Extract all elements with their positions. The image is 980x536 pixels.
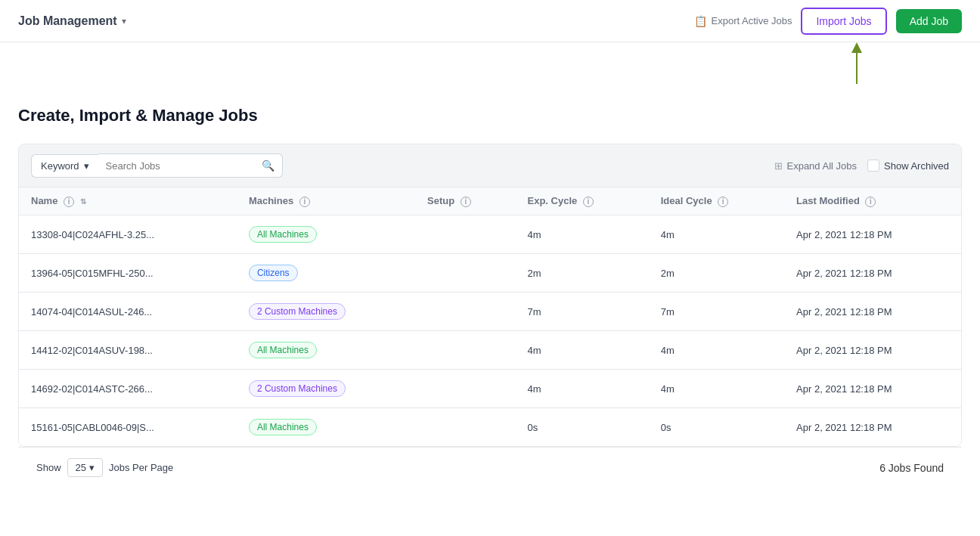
keyword-dropdown[interactable]: Keyword ▾ (31, 154, 98, 178)
per-page-label: Jobs Per Page (109, 462, 173, 473)
toolbar: Keyword ▾ 🔍 ⊞ Expand All Jobs Show Archi… (19, 144, 961, 187)
cell-exp-cycle-1: 2m (516, 254, 649, 293)
arrow-annotation (0, 42, 980, 88)
name-sort-icon[interactable]: ⇅ (80, 197, 86, 206)
show-archived-label: Show Archived (884, 160, 949, 172)
cell-last-modified-0: Apr 2, 2021 12:18 PM (784, 215, 961, 254)
ideal-cycle-info-icon[interactable]: i (718, 197, 728, 207)
show-label: Show (36, 462, 61, 473)
cell-exp-cycle-0: 4m (516, 215, 649, 254)
cell-setup-3 (415, 331, 515, 370)
header-row: Name i ⇅ Machines i Setup i Exp. Cycle (19, 187, 961, 215)
col-ideal-cycle: Ideal Cycle i (649, 187, 784, 215)
export-label: Export Active Jobs (712, 15, 792, 26)
col-name: Name i ⇅ (19, 187, 237, 215)
header-left: Job Management ▾ (18, 14, 126, 28)
cell-setup-0 (415, 215, 515, 254)
jobs-table-container: Keyword ▾ 🔍 ⊞ Expand All Jobs Show Archi… (18, 144, 962, 447)
cell-name-0: 13308-04|C024AFHL-3.25... (19, 215, 237, 254)
setup-info-icon[interactable]: i (461, 197, 471, 207)
table-row[interactable]: 14074-04|C014ASUL-246... 2 Custom Machin… (19, 293, 961, 331)
per-page-dropdown[interactable]: 25 ▾ (67, 458, 103, 477)
page-content: Create, Import & Manage Jobs Keyword ▾ 🔍… (0, 88, 980, 500)
table-row[interactable]: 14692-02|C014ASTC-266... 2 Custom Machin… (19, 370, 961, 408)
toolbar-right: ⊞ Expand All Jobs Show Archived (774, 160, 949, 172)
title-chevron-icon[interactable]: ▾ (122, 16, 126, 26)
table-row[interactable]: 13964-05|C015MFHL-250... Citizens 2m 2m … (19, 254, 961, 293)
search-input[interactable] (106, 160, 257, 172)
cell-ideal-cycle-0: 4m (649, 215, 784, 254)
cell-last-modified-2: Apr 2, 2021 12:18 PM (784, 293, 961, 331)
table-row[interactable]: 15161-05|CABL0046-09|S... All Machines 0… (19, 408, 961, 447)
col-last-modified: Last Modified i (784, 187, 961, 215)
cell-name-3: 14412-02|C014ASUV-198... (19, 331, 237, 370)
cell-machines-3: All Machines (237, 331, 415, 370)
export-icon: 📋 (694, 15, 707, 27)
exp-cycle-info-icon[interactable]: i (583, 197, 594, 207)
cell-exp-cycle-3: 4m (516, 331, 649, 370)
keyword-chevron-icon: ▾ (84, 160, 89, 172)
expand-icon: ⊞ (774, 160, 783, 172)
col-exp-cycle: Exp. Cycle i (516, 187, 649, 215)
jobs-table: Name i ⇅ Machines i Setup i Exp. Cycle (19, 187, 961, 446)
header: Job Management ▾ 📋 Export Active Jobs Im… (0, 0, 980, 42)
cell-ideal-cycle-2: 7m (649, 293, 784, 331)
cell-last-modified-1: Apr 2, 2021 12:18 PM (784, 254, 961, 293)
expand-label: Expand All Jobs (786, 160, 857, 172)
cell-exp-cycle-2: 7m (516, 293, 649, 331)
jobs-found: 6 Jobs Found (879, 462, 944, 474)
cell-machines-5: All Machines (237, 408, 415, 447)
expand-all-jobs-button[interactable]: ⊞ Expand All Jobs (774, 160, 857, 172)
svg-marker-1 (851, 42, 862, 53)
col-setup: Setup i (415, 187, 515, 215)
cell-machines-1: Citizens (237, 254, 415, 293)
add-job-button[interactable]: Add Job (896, 9, 962, 33)
per-page-value: 25 (76, 462, 86, 473)
cell-machines-4: 2 Custom Machines (237, 370, 415, 408)
cell-ideal-cycle-1: 2m (649, 254, 784, 293)
per-page-section: Show 25 ▾ Jobs Per Page (36, 458, 173, 477)
cell-last-modified-4: Apr 2, 2021 12:18 PM (784, 370, 961, 408)
last-modified-info-icon[interactable]: i (865, 197, 876, 207)
cell-ideal-cycle-4: 4m (649, 370, 784, 408)
search-wrapper: 🔍 (98, 153, 283, 178)
pointer-arrow-icon (845, 42, 868, 88)
cell-exp-cycle-5: 0s (516, 408, 649, 447)
cell-setup-4 (415, 370, 515, 408)
table-body: 13308-04|C024AFHL-3.25... All Machines 4… (19, 215, 961, 447)
cell-setup-5 (415, 408, 515, 447)
cell-ideal-cycle-3: 4m (649, 331, 784, 370)
page-title: Create, Import & Manage Jobs (18, 106, 962, 125)
import-jobs-button[interactable]: Import Jobs (801, 8, 886, 35)
show-archived-checkbox[interactable] (867, 160, 879, 172)
app-title: Job Management (18, 14, 117, 28)
table-row[interactable]: 13308-04|C024AFHL-3.25... All Machines 4… (19, 215, 961, 254)
cell-name-1: 13964-05|C015MFHL-250... (19, 254, 237, 293)
cell-machines-0: All Machines (237, 215, 415, 254)
cell-exp-cycle-4: 4m (516, 370, 649, 408)
table-header: Name i ⇅ Machines i Setup i Exp. Cycle (19, 187, 961, 215)
cell-name-5: 15161-05|CABL0046-09|S... (19, 408, 237, 447)
machines-info-icon[interactable]: i (299, 197, 310, 207)
cell-name-2: 14074-04|C014ASUL-246... (19, 293, 237, 331)
cell-machines-2: 2 Custom Machines (237, 293, 415, 331)
search-icon: 🔍 (262, 160, 274, 172)
cell-ideal-cycle-5: 0s (649, 408, 784, 447)
cell-setup-2 (415, 293, 515, 331)
toolbar-left: Keyword ▾ 🔍 (31, 153, 283, 178)
cell-name-4: 14692-02|C014ASTC-266... (19, 370, 237, 408)
keyword-label: Keyword (41, 160, 79, 172)
export-active-jobs-button[interactable]: 📋 Export Active Jobs (694, 15, 792, 27)
per-page-chevron-icon: ▾ (89, 462, 95, 473)
header-actions: 📋 Export Active Jobs Import Jobs Add Job (694, 8, 962, 35)
cell-setup-1 (415, 254, 515, 293)
table-row[interactable]: 14412-02|C014ASUV-198... All Machines 4m… (19, 331, 961, 370)
cell-last-modified-3: Apr 2, 2021 12:18 PM (784, 331, 961, 370)
name-info-icon[interactable]: i (64, 197, 74, 207)
show-archived-toggle[interactable]: Show Archived (867, 160, 949, 172)
table-footer: Show 25 ▾ Jobs Per Page 6 Jobs Found (18, 447, 962, 488)
col-machines: Machines i (237, 187, 415, 215)
cell-last-modified-5: Apr 2, 2021 12:18 PM (784, 408, 961, 447)
